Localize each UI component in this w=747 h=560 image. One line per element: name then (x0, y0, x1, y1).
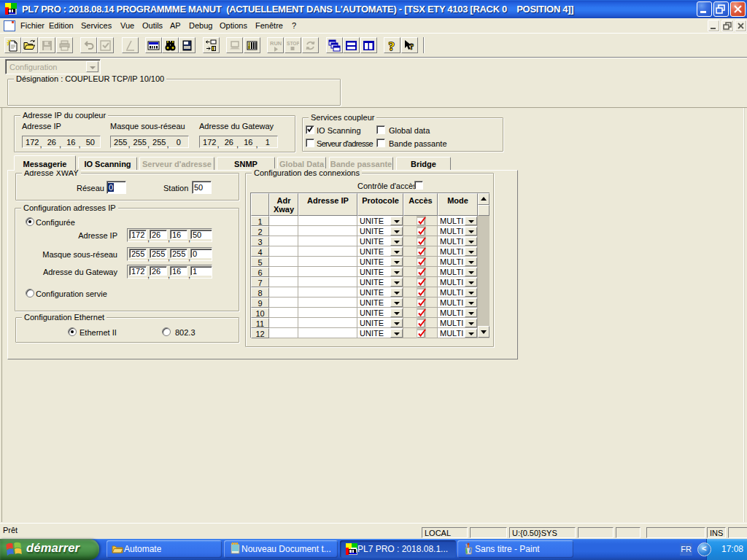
svg-text:?: ? (409, 41, 414, 52)
svg-text:STOP: STOP (287, 41, 299, 46)
svg-text:RUN: RUN (270, 40, 282, 47)
svg-text:?: ? (389, 39, 395, 52)
